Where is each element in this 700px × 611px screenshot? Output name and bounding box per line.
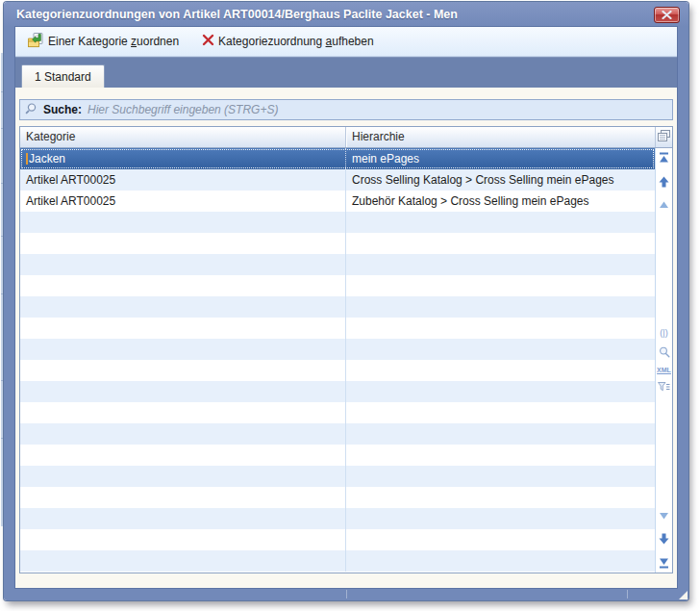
- cell-hierarchie: [346, 381, 655, 402]
- tab-standard[interactable]: 1 Standard: [21, 64, 105, 88]
- cell-hierarchie: [346, 296, 655, 318]
- scroll-handle-icon[interactable]: (|): [660, 329, 667, 338]
- table-row[interactable]: Artikel ART00025Cross Selling Katalog > …: [20, 169, 655, 191]
- cell-hierarchie: [346, 529, 655, 550]
- table-row-empty: [20, 318, 655, 339]
- cell-kategorie: [20, 296, 346, 318]
- bottom-border-grip: [627, 590, 628, 598]
- cell-hierarchie: [346, 233, 655, 254]
- table-row-empty: [20, 466, 655, 487]
- dialog-body: Einer Kategorie zuordnen Kategoriezuordn…: [15, 27, 677, 588]
- search-input[interactable]: Suche: Hier Suchbegriff eingeben (STRG+S…: [19, 99, 673, 120]
- cell-hierarchie: [346, 339, 655, 360]
- cell-kategorie: [20, 402, 346, 423]
- tab-strip: 1 Standard: [15, 57, 677, 88]
- cell-kategorie: [20, 381, 346, 402]
- cell-hierarchie: [346, 508, 655, 529]
- title-bar[interactable]: Kategorienzuordnungen von Artikel ART000…: [4, 2, 688, 27]
- table-row-empty: [20, 360, 655, 381]
- column-chooser-button[interactable]: [655, 127, 672, 147]
- scroll-to-top-button[interactable]: [659, 152, 669, 164]
- column-chooser-icon: [658, 130, 670, 144]
- cell-hierarchie: [346, 466, 655, 487]
- close-button[interactable]: [654, 7, 680, 23]
- cell-hierarchie: [346, 318, 655, 339]
- table-row-empty: [20, 487, 655, 508]
- cell-kategorie: [20, 233, 346, 254]
- assignments-table: Kategorie Hierarchie Jackenmein: [19, 126, 673, 573]
- cell-hierarchie: Cross Selling Katalog > Cross Selling me…: [346, 169, 655, 191]
- table-row-empty: [20, 508, 655, 529]
- table-row-empty: [20, 529, 655, 550]
- toolbar: Einer Kategorie zuordnen Kategoriezuordn…: [15, 27, 677, 57]
- scroll-down-button[interactable]: [659, 512, 669, 521]
- cell-hierarchie: [346, 445, 655, 466]
- column-header-kategorie[interactable]: Kategorie: [20, 127, 346, 147]
- resize-grip[interactable]: [679, 591, 688, 599]
- cell-kategorie: [20, 212, 346, 233]
- table-row-empty: [20, 233, 655, 254]
- cell-kategorie: [20, 339, 346, 360]
- remove-assignment-icon: [202, 34, 214, 49]
- cell-kategorie: [20, 466, 346, 487]
- scroll-up-button[interactable]: [659, 200, 669, 209]
- table-row-empty: [20, 254, 655, 275]
- tab-content: Suche: Hier Suchbegriff eingeben (STRG+S…: [15, 88, 677, 588]
- cell-kategorie: [20, 550, 346, 572]
- column-header-hierarchie[interactable]: Hierarchie: [346, 127, 655, 147]
- search-icon: [25, 102, 38, 117]
- cell-kategorie: [20, 508, 346, 529]
- table-header: Kategorie Hierarchie: [20, 127, 672, 148]
- table-row-empty: [20, 212, 655, 233]
- list-scroll-gutter: (|) XML: [655, 148, 672, 573]
- cell-hierarchie: [346, 212, 655, 233]
- category-assignment-dialog: Kategorienzuordnungen von Artikel ART000…: [4, 2, 688, 600]
- cell-hierarchie: [346, 360, 655, 381]
- table-row-empty: [20, 550, 655, 572]
- assign-category-button[interactable]: Einer Kategorie zuordnen: [23, 30, 184, 54]
- table-row-empty: [20, 402, 655, 423]
- cell-kategorie: [20, 487, 346, 508]
- cell-kategorie: [20, 445, 346, 466]
- table-row-empty: [20, 296, 655, 318]
- cell-hierarchie: [346, 402, 655, 423]
- cell-kategorie: Jacken: [20, 148, 346, 169]
- scroll-to-bottom-button[interactable]: [659, 557, 669, 569]
- cell-hierarchie: mein ePages: [346, 148, 655, 169]
- table-row-empty: [20, 423, 655, 445]
- page-down-button[interactable]: [659, 533, 669, 545]
- bottom-border-grip: [346, 590, 347, 598]
- remove-assignment-label: Kategoriezuordnung aufheben: [218, 35, 374, 48]
- remove-assignment-button[interactable]: Kategoriezuordnung aufheben: [197, 31, 379, 52]
- search-placeholder: Hier Suchbegriff eingeben (STRG+S): [88, 103, 278, 116]
- table-rows: Jackenmein ePagesArtikel ART00025Cross S…: [20, 148, 655, 573]
- table-row-empty: [20, 339, 655, 360]
- table-row[interactable]: Artikel ART00025Zubehör Katalog > Cross …: [20, 191, 655, 212]
- cell-hierarchie: [346, 254, 655, 275]
- list-search-button[interactable]: [659, 346, 670, 358]
- cell-kategorie: [20, 423, 346, 445]
- window-title: Kategorienzuordnungen von Artikel ART000…: [16, 8, 458, 21]
- cell-hierarchie: [346, 550, 655, 572]
- cell-kategorie: [20, 318, 346, 339]
- cell-kategorie: [20, 275, 346, 296]
- page-up-button[interactable]: [659, 176, 669, 188]
- search-label: Suche:: [43, 103, 82, 116]
- cell-hierarchie: [346, 423, 655, 445]
- table-body: Jackenmein ePagesArtikel ART00025Cross S…: [20, 148, 672, 573]
- filter-button[interactable]: [658, 382, 670, 393]
- assign-category-icon: [28, 33, 44, 51]
- cell-kategorie: Artikel ART00025: [20, 191, 346, 212]
- cell-hierarchie: [346, 487, 655, 508]
- table-row-empty: [20, 275, 655, 296]
- cell-kategorie: Artikel ART00025: [20, 169, 346, 191]
- tab-standard-label: 1 Standard: [35, 70, 91, 84]
- assign-category-label: Einer Kategorie zuordnen: [48, 35, 179, 48]
- table-row-empty: [20, 381, 655, 402]
- cell-kategorie: [20, 529, 346, 550]
- xml-export-button[interactable]: XML: [657, 367, 671, 373]
- close-icon: [662, 9, 672, 22]
- table-row-empty: [20, 445, 655, 466]
- table-row[interactable]: Jackenmein ePages: [20, 148, 655, 169]
- cell-hierarchie: [346, 275, 655, 296]
